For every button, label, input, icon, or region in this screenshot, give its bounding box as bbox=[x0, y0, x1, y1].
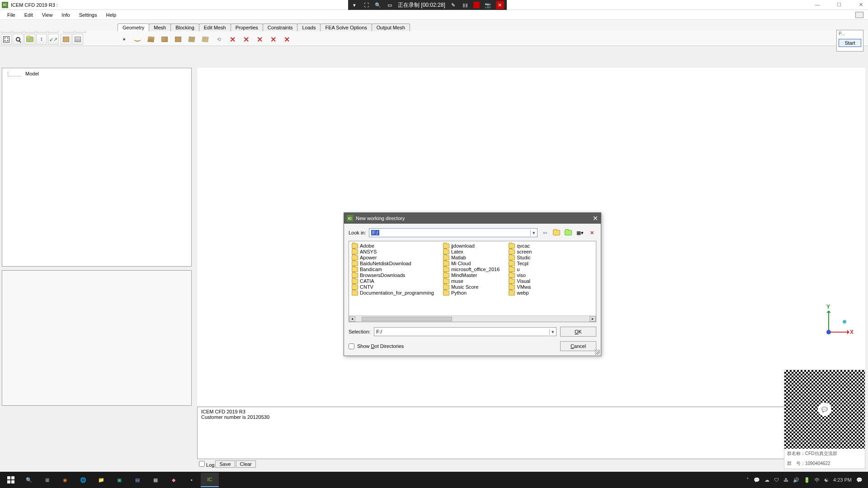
folder-item[interactable]: Python bbox=[442, 290, 500, 296]
folder-item[interactable]: u bbox=[508, 267, 533, 272]
view-mode-button[interactable]: ▦▾ bbox=[576, 229, 585, 237]
local-coord-button[interactable]: ↙↗ bbox=[48, 34, 59, 45]
back-button[interactable]: ⇦ bbox=[540, 229, 549, 237]
start-menu-button[interactable] bbox=[2, 473, 20, 487]
measure-button[interactable]: ⟟ bbox=[36, 34, 47, 45]
notifications-button[interactable]: 💬 bbox=[856, 477, 863, 483]
chevron-down-icon[interactable]: ▾ bbox=[530, 230, 535, 236]
selection-combo[interactable]: F:/ ▾ bbox=[374, 327, 557, 336]
log-clear-button[interactable]: Clear bbox=[236, 460, 256, 468]
show-dot-checkbox[interactable] bbox=[349, 343, 354, 349]
delete-any-button[interactable]: ✕ bbox=[280, 33, 293, 45]
delete-curve-button[interactable]: ✕ bbox=[240, 33, 252, 45]
folder-item[interactable]: Visual bbox=[508, 278, 533, 284]
delete-surface-button[interactable]: ✕ bbox=[253, 33, 266, 45]
taskbar-app[interactable]: ▣ bbox=[110, 473, 128, 487]
tab-fea-solve[interactable]: FEA Solve Options bbox=[320, 23, 372, 31]
cancel-button[interactable]: Cancel bbox=[560, 341, 596, 351]
delete-point-button[interactable]: ✕ bbox=[226, 33, 239, 45]
folder-item[interactable]: BrowsersDownloads bbox=[351, 272, 435, 278]
tray-battery-icon[interactable]: 🔋 bbox=[804, 477, 810, 483]
minimize-button[interactable]: — bbox=[812, 0, 823, 9]
tab-edit-mesh[interactable]: Edit Mesh bbox=[199, 23, 231, 31]
zoom-button[interactable] bbox=[13, 34, 24, 45]
crop-icon[interactable]: ▭ bbox=[386, 1, 393, 9]
chevron-down-icon[interactable]: ▾ bbox=[549, 329, 554, 335]
view3-button[interactable] bbox=[24, 34, 35, 45]
tray-onedrive-icon[interactable]: ☁ bbox=[764, 477, 769, 483]
menu-help[interactable]: Help bbox=[101, 11, 121, 19]
folder-item[interactable]: Matlab bbox=[442, 255, 500, 260]
show-dot-label[interactable]: Show Dot Directories bbox=[357, 343, 404, 349]
tab-properties[interactable]: Properties bbox=[231, 23, 263, 31]
folder-item[interactable]: CATIA bbox=[351, 278, 435, 284]
tab-mesh[interactable]: Mesh bbox=[149, 23, 171, 31]
tray-security-icon[interactable]: 🛡 bbox=[774, 477, 779, 483]
create-curve-button[interactable] bbox=[131, 33, 144, 45]
menu-file[interactable]: File bbox=[3, 11, 20, 19]
scroll-thumb[interactable] bbox=[362, 317, 452, 321]
taskbar-app[interactable]: ◉ bbox=[56, 473, 74, 487]
create-point-button[interactable]: ✶ bbox=[118, 33, 130, 45]
tab-constraints[interactable]: Constraints bbox=[263, 23, 298, 31]
wireframe-button[interactable] bbox=[61, 34, 71, 45]
folder-item[interactable]: Adobe bbox=[351, 243, 435, 249]
restore-dormant-button[interactable]: ⟲ bbox=[212, 33, 225, 45]
close-button[interactable]: ✕ bbox=[855, 0, 866, 9]
chevron-down-icon[interactable]: ▾ bbox=[351, 1, 358, 9]
folder-item[interactable]: webp bbox=[508, 290, 533, 296]
up-folder-button[interactable] bbox=[552, 229, 561, 237]
pause-icon[interactable]: ▮▮ bbox=[462, 1, 469, 9]
folder-item[interactable]: MindMaster bbox=[442, 272, 500, 278]
stop-record-icon[interactable] bbox=[473, 2, 480, 8]
tray-volume-icon[interactable]: 🔊 bbox=[793, 477, 799, 483]
folder-item[interactable]: CNTV bbox=[351, 284, 435, 290]
taskbar-clock[interactable]: 4:23 PM bbox=[833, 477, 852, 483]
scroll-right-icon[interactable]: ▸ bbox=[590, 316, 596, 322]
folder-item[interactable]: Bandicam bbox=[351, 267, 435, 272]
folder-item[interactable]: Music Score bbox=[442, 284, 500, 290]
tab-loads[interactable]: Loads bbox=[297, 23, 321, 31]
folder-item[interactable]: Studic bbox=[508, 255, 533, 260]
folder-item[interactable]: screen bbox=[508, 249, 533, 254]
delete-button[interactable]: ✕ bbox=[587, 229, 596, 237]
create-body-button[interactable] bbox=[158, 33, 171, 45]
magnify-icon[interactable]: 🔍 bbox=[374, 1, 382, 9]
menu-edit[interactable]: Edit bbox=[20, 11, 38, 19]
pencil-icon[interactable]: ✎ bbox=[450, 1, 457, 9]
menu-info[interactable]: Info bbox=[57, 11, 74, 19]
resize-grip-icon[interactable] bbox=[594, 349, 600, 355]
taskbar-explorer[interactable]: 📁 bbox=[92, 473, 110, 487]
dialog-close-button[interactable]: ✕ bbox=[593, 215, 598, 222]
tab-output-mesh[interactable]: Output Mesh bbox=[372, 23, 410, 31]
ime-mode-icon[interactable]: ☯ bbox=[824, 477, 829, 483]
tray-wechat-icon[interactable]: 💬 bbox=[754, 477, 760, 483]
menu-view[interactable]: View bbox=[38, 11, 57, 19]
log-text-area[interactable]: ICEM CFD 2019 R3 Customer number is 2012… bbox=[197, 407, 787, 459]
close-recorder-icon[interactable]: ✕ bbox=[496, 1, 504, 9]
maximize-button[interactable]: ☐ bbox=[834, 0, 844, 9]
ok-button[interactable]: OK bbox=[560, 327, 596, 337]
folder-item[interactable]: microsoft_office_2016 bbox=[442, 267, 500, 272]
tree-root-node[interactable]: Model bbox=[25, 71, 39, 76]
lookin-combo[interactable]: F:/ ▾ bbox=[369, 228, 538, 237]
tab-blocking[interactable]: Blocking bbox=[170, 23, 199, 31]
model-tree[interactable]: Model bbox=[2, 68, 192, 267]
horizontal-scrollbar[interactable]: ◂ ▸ bbox=[349, 315, 596, 322]
folder-item[interactable]: viso bbox=[508, 272, 533, 278]
fit-view-button[interactable] bbox=[1, 34, 12, 45]
taskbar-chrome[interactable]: 🌐 bbox=[74, 473, 92, 487]
ime-indicator[interactable]: 中 bbox=[815, 477, 820, 483]
folder-item[interactable]: Latex bbox=[442, 249, 500, 254]
search-button[interactable]: 🔍 bbox=[20, 473, 38, 487]
shaded-button[interactable] bbox=[72, 34, 83, 45]
log-save-button[interactable]: Save bbox=[215, 460, 235, 468]
start-button[interactable]: Start bbox=[839, 39, 861, 47]
folder-item[interactable]: Tecpl bbox=[508, 261, 533, 266]
tray-chevron-icon[interactable]: ˄ bbox=[746, 477, 749, 483]
folder-item[interactable]: Documentation_for_programming bbox=[351, 290, 435, 296]
camera-icon[interactable]: 📷 bbox=[484, 1, 491, 9]
expand-icon[interactable]: ⛶ bbox=[363, 1, 370, 9]
taskbar-app[interactable]: ◆ bbox=[165, 473, 183, 487]
folder-item[interactable]: ANSYS bbox=[351, 249, 435, 254]
